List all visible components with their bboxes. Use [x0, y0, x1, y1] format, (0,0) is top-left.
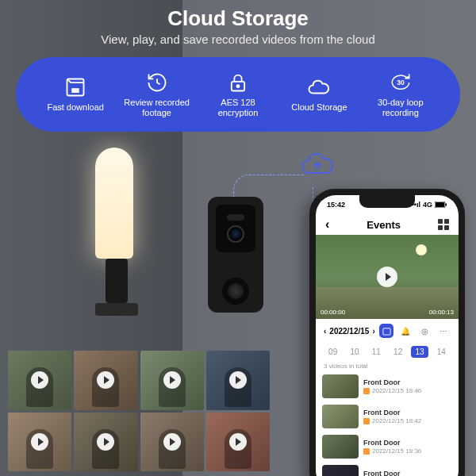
feature-bar: Fast download Review recorded footage AE…	[16, 57, 460, 132]
play-icon	[163, 433, 181, 451]
doorbell-camera-housing	[216, 205, 255, 252]
page-title: Cloud Storage	[0, 6, 476, 31]
doorbell-lens	[227, 225, 244, 243]
video-doorbell	[208, 197, 263, 313]
video-thumbnail[interactable]	[140, 351, 204, 410]
filter-bell-icon[interactable]: 🔔	[398, 324, 413, 338]
chevron-right-icon: ›	[372, 327, 374, 336]
feature-encryption: AES 128 encryption	[198, 71, 278, 118]
history-icon	[145, 71, 169, 94]
download-save-icon	[63, 75, 87, 99]
video-thumbnail[interactable]	[74, 413, 137, 472]
video-thumbnail[interactable]	[74, 351, 137, 410]
alert-icon	[363, 388, 370, 394]
lamp-base	[106, 259, 128, 303]
video-thumbnail[interactable]	[8, 351, 71, 410]
day-option[interactable]: 09	[324, 346, 341, 358]
status-time: 15:42	[327, 201, 345, 209]
cloud-icon	[307, 75, 331, 99]
play-icon	[229, 433, 247, 451]
play-icon	[377, 267, 397, 287]
event-thumbnail	[322, 435, 359, 459]
day-selector: 09 10 11 12 13 14	[316, 343, 459, 361]
video-thumbnails-grid	[8, 351, 270, 471]
video-preview[interactable]: 00:00:00 00:00:13	[316, 235, 459, 319]
event-thumbnail	[322, 374, 359, 398]
play-icon	[31, 433, 48, 451]
event-time: 2022/12/15 18:42	[372, 417, 421, 424]
lock-icon	[226, 71, 250, 94]
svg-text:30: 30	[397, 79, 405, 86]
video-thumbnail[interactable]	[206, 351, 270, 410]
event-thumbnail	[322, 465, 359, 476]
event-title: Front Door	[363, 378, 452, 386]
day-option-selected[interactable]: 13	[411, 346, 428, 358]
play-icon	[229, 371, 247, 389]
filter-more-icon[interactable]: ⋯	[436, 324, 451, 338]
screen-title: Events	[367, 219, 401, 231]
phone-screen: 15:42 ••ıl 4G ‹ Events 00:00:00 00:00:13…	[316, 195, 459, 476]
status-network: 4G	[423, 201, 432, 209]
back-button[interactable]: ‹	[325, 217, 329, 232]
feature-fast-download: Fast download	[35, 75, 116, 113]
events-list: Front Door 2022/12/15 18:46 Front Door 2…	[316, 371, 459, 476]
svg-rect-8	[382, 328, 390, 334]
event-item[interactable]: Front Door 2022/12/15 18:42	[322, 401, 452, 432]
header: Cloud Storage View, play, and save recor…	[0, 6, 476, 46]
video-thumbnail[interactable]	[206, 413, 270, 472]
day-option[interactable]: 10	[346, 346, 363, 358]
page-subtitle: View, play, and save recorded videos fro…	[0, 33, 476, 46]
wall-lamp	[95, 148, 138, 316]
alert-icon	[363, 418, 370, 424]
feature-label: 30-day loop recording	[365, 98, 436, 118]
feature-loop-recording: 30 30-day loop recording	[360, 71, 441, 118]
play-icon	[97, 433, 114, 451]
phone-notch	[359, 195, 415, 208]
app-header: ‹ Events	[316, 214, 459, 235]
svg-rect-1	[72, 89, 79, 94]
doorbell-button	[222, 278, 249, 305]
loop-30-icon: 30	[389, 71, 413, 94]
video-controls: 00:00:00 00:00:13	[321, 309, 454, 316]
feature-cloud-storage: Cloud Storage	[278, 75, 359, 113]
event-item[interactable]: Front Door	[322, 462, 452, 476]
feature-review-footage: Review recorded footage	[116, 71, 197, 118]
event-item[interactable]: Front Door 2022/12/15 18:36	[322, 432, 452, 462]
lamp-mount	[95, 303, 138, 316]
doorbell-sensor	[227, 214, 244, 221]
status-battery-icon	[435, 202, 447, 208]
event-title: Front Door	[363, 470, 452, 477]
grid-view-icon[interactable]	[438, 219, 449, 230]
alert-icon	[363, 448, 370, 455]
event-time: 2022/12/15 18:36	[372, 447, 421, 455]
chevron-left-icon: ‹	[324, 327, 326, 336]
lamp-shade	[95, 148, 133, 259]
day-option[interactable]: 12	[390, 346, 406, 358]
svg-point-3	[236, 85, 239, 87]
feature-label: Cloud Storage	[291, 102, 347, 113]
video-time-total: 00:00:13	[429, 309, 454, 316]
event-title: Front Door	[363, 409, 452, 416]
selected-date: 2022/12/15	[329, 327, 369, 336]
event-time: 2022/12/15 18:46	[372, 387, 421, 394]
feature-label: AES 128 encryption	[202, 98, 274, 118]
video-thumbnail[interactable]	[140, 413, 204, 472]
event-item[interactable]: Front Door 2022/12/15 18:46	[322, 371, 452, 401]
video-thumbnail[interactable]	[8, 413, 71, 472]
filter-target-icon[interactable]: ◎	[417, 324, 432, 338]
day-option[interactable]: 14	[433, 346, 450, 358]
phone-mockup: 15:42 ••ıl 4G ‹ Events 00:00:00 00:00:13…	[309, 189, 465, 476]
video-count: 3 videos in total	[316, 361, 459, 371]
filter-calendar-icon[interactable]	[379, 324, 393, 338]
event-thumbnail	[322, 405, 359, 428]
svg-rect-7	[446, 204, 447, 206]
feature-label: Fast download	[47, 102, 104, 113]
svg-rect-6	[436, 202, 444, 207]
play-icon	[163, 371, 181, 389]
date-filter-row: ‹ 2022/12/15 › 🔔 ◎ ⋯	[316, 319, 459, 343]
date-picker[interactable]: ‹ 2022/12/15 ›	[324, 327, 375, 336]
day-option[interactable]: 11	[368, 346, 385, 358]
video-time-current: 00:00:00	[321, 309, 345, 316]
event-title: Front Door	[363, 439, 452, 447]
cloud-upload-icon	[300, 151, 335, 179]
